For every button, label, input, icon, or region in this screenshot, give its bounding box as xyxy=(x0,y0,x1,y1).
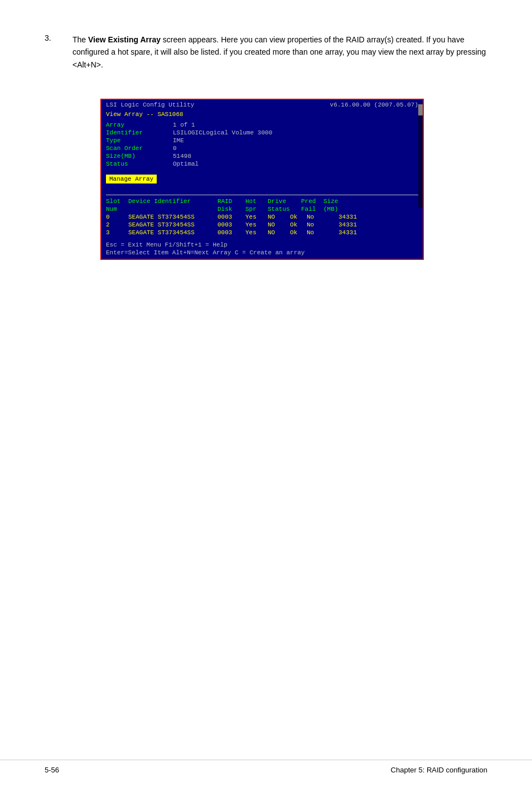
value-array: 1 of 1 xyxy=(173,122,195,128)
terminal-title-right: v6.16.00.00 (2007.05.07) xyxy=(330,102,418,108)
row-size: Size(MB) 51498 xyxy=(106,152,418,160)
manage-array-section[interactable]: Manage Array xyxy=(106,168,418,192)
table-header-line1: Slot Device Identifier RAID Hot Drive Pr… xyxy=(106,197,418,205)
step-section: 3. The View Existing Array screen appear… xyxy=(45,33,487,71)
drive-status-ok: Ok xyxy=(290,221,307,228)
step-description: The View Existing Array screen appears. … xyxy=(72,33,487,71)
drive-size: 34331 xyxy=(329,214,357,220)
th-pred-1: Pred xyxy=(301,198,323,205)
manage-array-button[interactable]: Manage Array xyxy=(106,175,157,183)
th-device: Device Identifier xyxy=(128,198,217,205)
row-identifier: Identifier LSILOGICLogical Volume 3000 xyxy=(106,129,418,137)
value-status: Optimal xyxy=(173,161,199,167)
value-identifier: LSILOGICLogical Volume 3000 xyxy=(173,129,272,136)
table-header-line2: Num Disk Spr Status Fail (MB) xyxy=(106,205,418,213)
label-scan-order: Scan Order xyxy=(106,145,173,152)
drive-pred-fail: No xyxy=(307,229,329,236)
drive-slot: 0 xyxy=(106,214,128,220)
th-size-2: (MB) xyxy=(323,206,351,212)
drive-device: SEAGATE ST373454SS xyxy=(128,221,217,228)
divider xyxy=(106,195,418,195)
drive-size: 34331 xyxy=(329,221,357,228)
th-raid-disk-2: Disk xyxy=(217,206,245,212)
drive-drive-status-no: NO xyxy=(268,214,290,220)
drive-device: SEAGATE ST373454SS xyxy=(128,229,217,236)
table-row: 3 SEAGATE ST373454SS 0003 Yes NO Ok No 3… xyxy=(106,229,418,236)
th-raid-disk-1: RAID xyxy=(217,198,245,205)
drive-slot: 3 xyxy=(106,229,128,236)
value-scan-order: 0 xyxy=(173,145,177,152)
step-number: 3. xyxy=(45,33,61,71)
terminal-wrapper: LSI Logic Config Utility v6.16.00.00 (20… xyxy=(72,88,424,260)
th-pred-2: Fail xyxy=(301,206,323,212)
terminal-screen: LSI Logic Config Utility v6.16.00.00 (20… xyxy=(100,99,424,260)
table-row: 0 SEAGATE ST373454SS 0003 Yes NO Ok No 3… xyxy=(106,213,418,221)
th-hot-2: Spr xyxy=(245,206,268,212)
drive-status-ok: Ok xyxy=(290,214,307,220)
th-size-1: Size xyxy=(323,198,351,205)
drive-pred-fail: No xyxy=(307,214,329,220)
label-status: Status xyxy=(106,161,173,167)
label-size: Size(MB) xyxy=(106,153,173,160)
terminal-footer: Esc = Exit Menu F1/Shift+1 = Help Enter=… xyxy=(101,239,423,259)
th-drive-1: Drive xyxy=(268,198,301,205)
page-footer: 5-56 Chapter 5: RAID configuration xyxy=(0,760,532,780)
footer-line1: Esc = Exit Menu F1/Shift+1 = Help xyxy=(106,241,418,249)
drive-raid-disk: 0003 xyxy=(217,221,245,228)
terminal-header: LSI Logic Config Utility v6.16.00.00 (20… xyxy=(101,100,423,110)
th-drive-2: Status xyxy=(268,206,301,212)
drive-slot: 2 xyxy=(106,221,128,228)
row-status: Status Optimal xyxy=(106,160,418,168)
th-device-2 xyxy=(128,206,217,212)
row-scan-order: Scan Order 0 xyxy=(106,144,418,152)
page-content: 3. The View Existing Array screen appear… xyxy=(0,0,532,293)
bold-text: View Existing Array xyxy=(88,35,161,44)
th-slot-2: Num xyxy=(106,206,128,212)
value-type: IME xyxy=(173,137,184,144)
terminal-body: Array 1 of 1 Identifier LSILOGICLogical … xyxy=(101,119,423,239)
drive-raid-disk: 0003 xyxy=(217,214,245,220)
row-array: Array 1 of 1 xyxy=(106,121,418,129)
scrollbar-thumb[interactable] xyxy=(418,104,423,115)
label-array: Array xyxy=(106,122,173,128)
table-row: 2 SEAGATE ST373454SS 0003 Yes NO Ok No 3… xyxy=(106,221,418,229)
footer-line2: Enter=Select Item Alt+N=Next Array C = C… xyxy=(106,249,418,257)
th-hot-1: Hot xyxy=(245,198,268,205)
footer-chapter: Chapter 5: RAID configuration xyxy=(391,766,487,774)
drive-raid-disk: 0003 xyxy=(217,229,245,236)
value-size: 51498 xyxy=(173,153,191,160)
drive-hot-spr: Yes xyxy=(245,221,268,228)
drive-pred-fail: No xyxy=(307,221,329,228)
row-type: Type IME xyxy=(106,137,418,144)
drive-rows-container: 0 SEAGATE ST373454SS 0003 Yes NO Ok No 3… xyxy=(106,213,418,236)
drive-status-ok: Ok xyxy=(290,229,307,236)
terminal-subtitle: View Array -- SAS1068 xyxy=(101,110,423,119)
drive-drive-status-no: NO xyxy=(268,221,290,228)
drive-drive-status-no: NO xyxy=(268,229,290,236)
drive-hot-spr: Yes xyxy=(245,214,268,220)
terminal-title-left: LSI Logic Config Utility xyxy=(106,102,194,108)
drive-size: 34331 xyxy=(329,229,357,236)
drive-hot-spr: Yes xyxy=(245,229,268,236)
footer-page-number: 5-56 xyxy=(45,766,59,774)
scrollbar[interactable] xyxy=(418,104,423,207)
label-type: Type xyxy=(106,137,173,144)
label-identifier: Identifier xyxy=(106,129,173,136)
th-slot: Slot xyxy=(106,198,128,205)
drive-device: SEAGATE ST373454SS xyxy=(128,214,217,220)
